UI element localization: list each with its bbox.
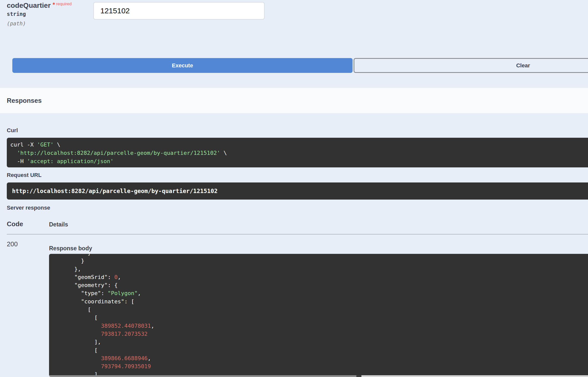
parameter-value-input[interactable] <box>93 2 265 20</box>
required-label: required <box>56 2 72 6</box>
response-body-horizontal-scrollbar[interactable] <box>49 375 588 377</box>
curl-command-block[interactable]: curl -X 'GET' \ 'http://localhost:8282/a… <box>7 138 588 167</box>
status-code-value: 200 <box>7 240 18 248</box>
curl-label: Curl <box>7 127 18 134</box>
response-body-json: } } }, "geomSrid": 0, "geometry": { "typ… <box>49 254 588 377</box>
server-response-label: Server response <box>7 205 50 211</box>
responses-title: Responses <box>7 97 42 105</box>
request-url-value: http://localhost:8282/api/parcelle-geom/… <box>7 188 218 194</box>
parameter-name-row: codeQuartier*required <box>7 2 72 10</box>
clear-button[interactable]: Clear <box>354 58 588 73</box>
parameter-location: (path) <box>7 21 26 27</box>
request-url-label: Request URL <box>7 172 41 178</box>
response-table-divider <box>7 234 588 234</box>
response-body-block: } } }, "geomSrid": 0, "geometry": { "typ… <box>49 254 588 377</box>
response-body-label: Response body <box>49 245 92 252</box>
execute-button[interactable]: Execute <box>12 58 353 73</box>
scrollbar-thumb[interactable] <box>49 375 356 377</box>
scrollbar-thumb-edge <box>356 375 361 377</box>
swagger-operation-page: { "parameter": { "name": "codeQuartier",… <box>0 0 588 377</box>
parameter-type: string <box>7 11 26 17</box>
details-column-header: Details <box>49 221 68 228</box>
required-asterisk: * <box>53 1 55 8</box>
responses-header-band: Responses <box>0 88 588 113</box>
request-url-block: http://localhost:8282/api/parcelle-geom/… <box>7 182 588 200</box>
code-column-header: Code <box>7 220 23 228</box>
parameter-name: codeQuartier <box>7 2 51 9</box>
